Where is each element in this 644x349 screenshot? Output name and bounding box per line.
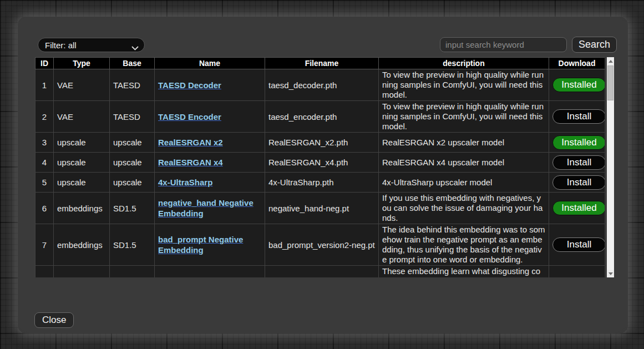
install-button[interactable]: Install [552,175,605,190]
cell-filename: negative_hand-neg.pt [265,193,379,224]
cell-type [54,266,110,278]
table-row: 7embeddingsSD1.5bad_prompt Negative Embe… [36,224,605,266]
model-table-body: 1VAETAESDTAESD Decodertaesd_decoder.pthT… [36,69,605,278]
cell-name: RealESRGAN x2 [155,133,265,153]
cell-name [155,266,265,278]
cell-name: 4x-UltraSharp [155,173,265,193]
cell-base: TAESD [110,69,155,101]
model-name-link[interactable]: negative_hand Negative Embedding [158,198,253,218]
cell-download: Installed [549,193,605,224]
cell-base [110,266,155,278]
cell-id: 4 [36,153,54,173]
cell-id [36,266,54,278]
table-row: 1VAETAESDTAESD Decodertaesd_decoder.pthT… [36,69,605,101]
node-canvas-background: Filter: all Search ID Type Base [0,0,644,349]
cell-download: Install [549,153,605,173]
model-table-container: ID Type Base Name Filename description D… [35,57,605,277]
installed-button[interactable]: Installed [552,135,605,150]
cell-download: Installed [549,133,605,153]
filter-select[interactable]: Filter: all [38,38,145,52]
scroll-down-button[interactable] [607,270,614,277]
cell-description: To view the preview in high quality whil… [379,101,549,133]
table-row: 5upscaleupscale4x-UltraSharp4x-UltraShar… [36,173,605,193]
cell-type: upscale [54,173,110,193]
header-filename: Filename [265,58,379,69]
table-row: 3upscaleupscaleRealESRGAN x2RealESRGAN_x… [36,133,605,153]
table-row: These embedding learn what disgusting co… [36,266,605,278]
model-name-link[interactable]: bad_prompt Negative Embedding [158,235,243,255]
header-description: description [379,58,549,69]
cell-description: RealESRGAN x4 upscaler model [379,153,549,173]
scroll-up-button[interactable] [607,57,614,65]
install-button[interactable]: Install [552,109,605,124]
model-table: ID Type Base Name Filename description D… [35,57,605,277]
model-name-link[interactable]: TAESD Encoder [158,112,221,122]
cell-id: 5 [36,173,54,193]
table-scrollbar[interactable] [607,57,614,277]
cell-filename: taesd_encoder.pth [265,101,379,133]
cell-description: The idea behind this embedding was to so… [379,224,549,266]
cell-description: These embedding learn what disgusting co… [379,266,549,278]
install-button[interactable]: Install [552,155,605,170]
cell-description: To view the preview in high quality whil… [379,69,549,101]
cell-id: 3 [36,133,54,153]
model-name-link[interactable]: 4x-UltraSharp [158,178,212,187]
scrollbar-thumb[interactable] [607,65,613,100]
cell-filename: 4x-UltraSharp.pth [265,173,379,193]
header-type: Type [54,58,110,69]
cell-filename [265,266,379,278]
cell-id: 2 [36,101,54,133]
cell-type: embeddings [54,224,110,266]
header-id: ID [36,58,54,69]
cell-description: If you use this embedding with negatives… [379,193,549,224]
cell-id: 7 [36,224,54,266]
cell-name: RealESRGAN x4 [155,153,265,173]
cell-base: SD1.5 [110,193,155,224]
cell-type: upscale [54,153,110,173]
cell-name: negative_hand Negative Embedding [155,193,265,224]
search-input[interactable] [440,37,567,52]
cell-name: TAESD Encoder [155,101,265,133]
cell-description: RealESRGAN x2 upscaler model [379,133,549,153]
cell-download: Install [549,173,605,193]
cell-download [549,266,605,278]
table-row: 4upscaleupscaleRealESRGAN x4RealESRGAN_x… [36,153,605,173]
cell-name: bad_prompt Negative Embedding [155,224,265,266]
cell-base: TAESD [110,101,155,133]
table-header-row: ID Type Base Name Filename description D… [36,58,605,69]
cell-download: Install [549,224,605,266]
header-download: Download [549,58,605,69]
close-button[interactable]: Close [34,312,74,328]
header-base: Base [110,58,155,69]
cell-id: 1 [36,69,54,101]
cell-type: VAE [54,69,110,101]
cell-filename: RealESRGAN_x2.pth [265,133,379,153]
cell-description: 4x-UltraSharp upscaler model [379,173,549,193]
model-name-link[interactable]: RealESRGAN x4 [158,158,223,167]
model-name-link[interactable]: RealESRGAN x2 [158,138,223,147]
cell-name: TAESD Decoder [155,69,265,101]
cell-download: Install [549,101,605,133]
installed-button[interactable]: Installed [552,78,605,92]
cell-filename: RealESRGAN_x4.pth [265,153,379,173]
install-button[interactable]: Install [552,237,605,252]
filter-select-wrap: Filter: all [38,38,145,52]
cell-type: embeddings [54,193,110,224]
cell-base: upscale [110,173,155,193]
table-row: 2VAETAESDTAESD Encodertaesd_encoder.pthT… [36,101,605,133]
cell-type: upscale [54,133,110,153]
cell-id: 6 [36,193,54,224]
cell-base: upscale [110,153,155,173]
cell-base: SD1.5 [110,224,155,266]
table-row: 6embeddingsSD1.5negative_hand Negative E… [36,193,605,224]
arrow-up-icon [608,60,613,63]
model-name-link[interactable]: TAESD Decoder [158,80,221,90]
installed-button[interactable]: Installed [552,201,605,215]
cell-type: VAE [54,101,110,133]
arrow-down-icon [608,272,613,275]
search-button[interactable]: Search [572,37,617,53]
cell-filename: taesd_decoder.pth [265,69,379,101]
cell-base: upscale [110,133,155,153]
model-manager-dialog: Filter: all Search ID Type Base [18,17,628,333]
header-name: Name [155,58,265,69]
